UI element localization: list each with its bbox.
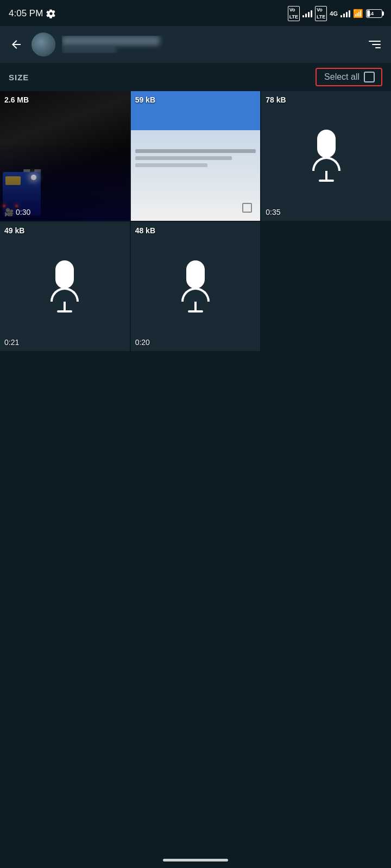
back-button[interactable] [8,36,25,53]
status-bar: 4:05 PM VoLTE VoLTE 4G 📶 14 [0,0,391,26]
wifi-icon: 📶 [353,9,363,18]
media-size-2: 59 kB [135,95,155,104]
volte-badge-1: VoLTE [288,6,300,21]
screenshot-checkbox [242,203,252,213]
media-size-1: 2.6 MB [4,95,29,104]
media-item-3[interactable]: 78 kB 0:35 [261,91,391,221]
network-4g: 4G [330,10,338,17]
video-duration-badge-1: 🎥 0:30 [4,208,30,216]
status-right-area: VoLTE VoLTE 4G 📶 14 [288,6,382,21]
mic-icon-5 [181,260,210,312]
contact-sub-blurred [62,47,116,53]
media-size-5: 48 kB [135,226,155,235]
settings-icon [46,9,56,18]
media-duration-1: 0:30 [16,208,30,216]
contact-info [62,36,360,53]
mic-icon-3 [312,130,340,182]
select-all-checkbox[interactable] [364,72,375,82]
media-duration-5: 0:20 [135,338,150,347]
media-item-1[interactable]: 2.6 MB 🎥 0:30 [0,91,130,221]
sort-button[interactable] [366,36,383,53]
video-camera-icon: 🎥 [4,208,14,216]
home-indicator[interactable] [163,859,228,861]
media-duration-3: 0:35 [266,208,280,216]
media-duration-4: 0:21 [4,338,19,347]
nav-bar [0,26,391,63]
select-all-button[interactable]: Select all [316,68,382,86]
time-display: 4:05 PM [9,8,43,19]
volte-badge-2: VoLTE [315,6,327,21]
mic-icon-4 [51,260,79,312]
signal-bars-2 [340,10,350,17]
sort-icon [369,41,381,48]
media-size-4: 49 kB [4,226,24,235]
media-size-3: 78 kB [266,95,286,104]
size-header-row: SIZE Select all [0,63,391,91]
media-item-4[interactable]: 49 kB 0:21 [0,222,130,352]
media-item-2[interactable]: 59 kB [131,91,261,221]
size-label: SIZE [9,73,29,82]
signal-bars-1 [302,10,312,17]
contact-name-blurred [62,36,160,46]
back-arrow-icon [10,38,23,51]
select-all-text: Select all [324,72,360,82]
media-item-5[interactable]: 48 kB 0:20 [131,222,261,352]
media-grid: 2.6 MB 🎥 0:30 59 kB 78 kB 0:35 [0,91,391,351]
avatar[interactable] [31,33,55,56]
battery-indicator: 14 [366,9,382,18]
status-time-area: 4:05 PM [9,8,56,19]
empty-content-area [0,351,391,731]
